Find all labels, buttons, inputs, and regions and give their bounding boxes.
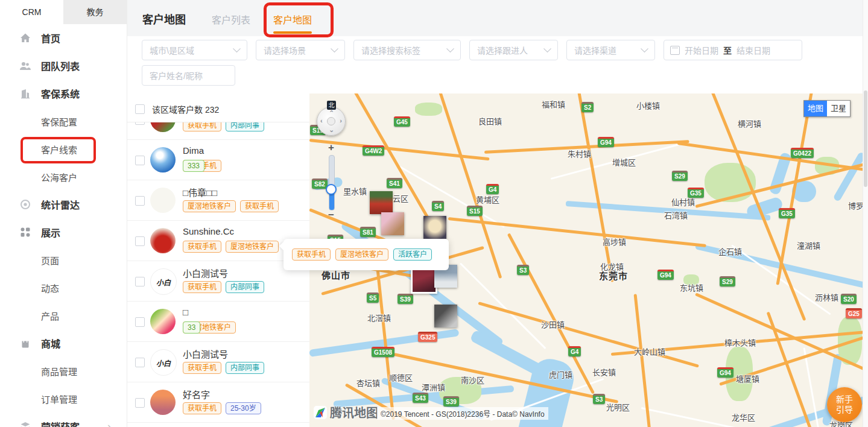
road-shield-G25: G25	[846, 308, 862, 318]
avatar	[150, 188, 176, 213]
sidebar-item-0[interactable]: 首页	[0, 24, 127, 52]
pan-center[interactable]	[327, 117, 335, 125]
tooltip-tag-获取手机: 获取手机	[292, 248, 331, 261]
sidebar-item-8[interactable]: 页面	[0, 246, 127, 274]
row-checkbox[interactable]	[135, 196, 145, 206]
filter-dropdown-2[interactable]: 请选择搜索标签	[353, 40, 461, 60]
road-shield-G1508: G1508	[372, 347, 394, 357]
row-checkbox[interactable]	[135, 236, 145, 246]
customer-row[interactable]: 小白小白测试号获取手机内部同事	[127, 342, 309, 382]
customer-row[interactable]: □伟章□□厦滘地铁客户获取手机	[127, 180, 309, 221]
zoom-slider-handle[interactable]	[326, 184, 337, 195]
sidebar-item-7[interactable]: 展示	[0, 218, 127, 246]
sidebar: CRM教务 首页团队列表客保系统客保配置客户线索公海客户统计雷达展示页面动态产品…	[0, 0, 127, 427]
pan-left-icon[interactable]: ‹	[320, 118, 323, 124]
bag-icon	[19, 337, 31, 349]
filter-dropdown-0[interactable]: 城市\是区域	[142, 40, 247, 60]
zoom-out-button[interactable]: −	[325, 209, 337, 221]
sidebar-item-label: 客保配置	[41, 115, 77, 128]
map-type-卫星[interactable]: 卫星	[827, 101, 850, 116]
map-label-东坑镇: 东坑镇	[680, 282, 703, 293]
customer-name-input[interactable]: 客户姓名/昵称	[142, 65, 235, 86]
filter-dropdown-3[interactable]: 请选择跟进人	[469, 40, 558, 60]
row-checkbox[interactable]	[135, 398, 145, 408]
sidebar-item-12[interactable]: 商品管理	[0, 357, 127, 385]
avatar	[150, 309, 176, 334]
customer-marker-footballer[interactable]	[370, 191, 393, 214]
map-label-龙华区: 龙华区	[732, 411, 755, 423]
customer-marker-angel[interactable]	[423, 216, 446, 239]
row-checkbox[interactable]	[135, 277, 145, 286]
date-range-picker[interactable]: 开始日期至结束日期	[664, 40, 802, 60]
customer-row[interactable]: Dima获取手机333	[127, 140, 309, 180]
tencent-map-logo: 腾讯地图	[313, 403, 378, 421]
customer-tags: 厦滘地铁客户33	[183, 321, 236, 334]
tencent-logo-icon	[313, 405, 328, 420]
tab-客户地图[interactable]: 客户地图	[273, 12, 312, 34]
avatar-text: 小白	[156, 277, 171, 287]
zoom-in-button[interactable]: +	[325, 142, 337, 154]
row-checkbox[interactable]	[135, 358, 145, 367]
zoom-slider-track[interactable]	[329, 155, 335, 210]
tag-获取手机: 获取手机	[183, 241, 221, 253]
page-scrollbar[interactable]	[863, 0, 868, 427]
sidebar-item-3[interactable]: 客保配置	[0, 107, 127, 135]
minor-road	[641, 407, 783, 427]
row-checkbox[interactable]	[135, 156, 145, 165]
map-pan-control[interactable]: ⌃ ⌄ ‹ ›	[317, 107, 346, 136]
select-all-checkbox[interactable]	[135, 104, 145, 114]
customer-marker-flower[interactable]	[381, 212, 404, 235]
tag-厦滘地铁客户: 厦滘地铁客户	[226, 241, 279, 253]
filter-dropdown-1[interactable]: 请选择场景	[256, 40, 345, 60]
row-checkbox[interactable]	[135, 122, 145, 125]
customer-marker-dark-red[interactable]	[411, 267, 437, 294]
tencent-logo-text: 腾讯地图	[330, 403, 378, 421]
app-tab-CRM[interactable]: CRM	[0, 0, 63, 24]
map-label-里水镇: 里水镇	[343, 185, 367, 197]
road-shield-S4: S4	[432, 201, 444, 211]
road-shield-S20: S20	[841, 294, 857, 304]
customer-row[interactable]: □厦滘地铁客户33	[127, 302, 309, 342]
sidebar-item-5[interactable]: 公海客户	[0, 163, 127, 191]
sidebar-item-13[interactable]: 订单管理	[0, 385, 127, 413]
sidebar-item-14[interactable]: 营销获客›	[0, 413, 127, 427]
map-label-沙田镇: 沙田镇	[541, 318, 565, 330]
beginner-guide-button[interactable]: 新手引导	[827, 387, 862, 422]
tab-客户列表[interactable]: 客户列表	[212, 12, 250, 34]
map-label-东莞市: 东莞市	[599, 269, 628, 282]
sidebar-item-1[interactable]: 团队列表	[0, 52, 127, 80]
pan-down-icon[interactable]: ⌄	[329, 127, 334, 133]
map-label-大岭山镇: 大岭山镇	[634, 346, 665, 357]
map-label-福和镇: 福和镇	[542, 98, 565, 110]
building-icon	[19, 87, 31, 100]
pan-up-icon[interactable]: ⌃	[329, 110, 334, 116]
sidebar-item-2[interactable]: 客保系统	[0, 80, 127, 107]
dropdown-placeholder: 请选择搜索标签	[361, 44, 420, 56]
customer-row[interactable]: 获取手机内部同事	[127, 122, 309, 140]
customer-row[interactable]: Sunshine.Cc获取手机厦滘地铁客户	[127, 221, 309, 261]
row-checkbox[interactable]	[135, 317, 145, 327]
sidebar-item-11[interactable]: 商城	[0, 329, 127, 357]
filter-bar: 城市\是区域请选择场景请选择搜索标签请选择跟进人请选择渠道开始日期至结束日期 客…	[127, 36, 868, 93]
pan-right-icon[interactable]: ›	[340, 118, 342, 124]
map-type-地图[interactable]: 地图	[804, 101, 827, 116]
tag-内部同事: 内部同事	[226, 281, 264, 293]
customer-tags: 获取手机内部同事	[183, 362, 264, 374]
filter-dropdown-4[interactable]: 请选择渠道	[566, 40, 655, 60]
sidebar-item-4[interactable]: 客户线索	[0, 135, 127, 163]
sidebar-item-10[interactable]: 产品	[0, 302, 127, 329]
customer-row[interactable]: 好名字获取手机25-30岁	[127, 382, 309, 423]
map-label-朱村镇: 朱村镇	[568, 148, 591, 159]
app-tab-教务[interactable]: 教务	[63, 0, 127, 24]
map-label-良田镇: 良田镇	[478, 115, 502, 127]
dropdown-placeholder: 请选择渠道	[574, 44, 616, 56]
sidebar-item-6[interactable]: 统计雷达	[0, 191, 127, 218]
home-icon	[19, 32, 31, 44]
customer-row[interactable]: 小白小白测试号获取手机内部同事	[127, 261, 309, 302]
sidebar-item-9[interactable]: 动态	[0, 274, 127, 302]
customer-name: □伟章□□	[183, 186, 217, 198]
customer-marker-grey[interactable]	[434, 305, 457, 327]
map-label-石湾镇: 石湾镇	[664, 209, 688, 221]
map-label-杏坛镇: 杏坛镇	[356, 377, 380, 388]
scrollbar-thumb[interactable]	[864, 90, 867, 187]
